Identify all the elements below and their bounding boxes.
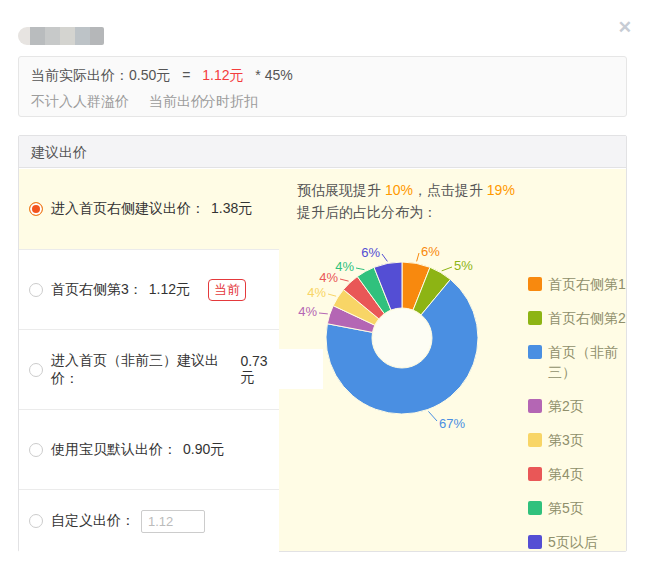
slice-label: 4%: [307, 285, 326, 300]
slice-label-line: [442, 267, 452, 271]
option-price: 1.12元: [149, 281, 190, 299]
legend-swatch-icon: [528, 535, 542, 549]
legend-item[interactable]: 首页右侧第2: [528, 308, 640, 328]
annotation-no-crowd-premium: 不计入人群溢价: [31, 93, 129, 111]
legend-item[interactable]: 第3页: [528, 430, 640, 450]
annotation-current-bid: 当前出价: [149, 93, 205, 111]
slice-label-line: [417, 253, 419, 261]
chart-legend: 首页右侧第1首页右侧第2首页（非前三）第2页第3页第4页第5页5页以后: [528, 274, 640, 566]
legend-label: 5页以后: [548, 532, 634, 552]
redacted-block: [30, 27, 45, 45]
legend-swatch-icon: [528, 467, 542, 481]
legend-item[interactable]: 首页右侧第1: [528, 274, 640, 294]
discount-percent: 45%: [265, 67, 293, 83]
blank-overlay: [279, 349, 323, 389]
slice-label: 4%: [298, 304, 317, 319]
annotation-time-discount: 分时折扣: [202, 93, 258, 111]
redacted-block: [18, 27, 30, 45]
redacted-title: [18, 27, 104, 45]
radio-selected-icon[interactable]: [29, 202, 43, 216]
slice-label: 6%: [421, 244, 440, 259]
legend-item[interactable]: 首页（非前三）: [528, 342, 640, 382]
actual-bid-value: 0.50元: [129, 67, 170, 85]
legend-item[interactable]: 第2页: [528, 396, 640, 416]
legend-label: 第2页: [548, 396, 634, 416]
legend-swatch-icon: [528, 399, 542, 413]
legend-swatch-icon: [528, 277, 542, 291]
donut-chart[interactable]: 6%5%67%4%4%4%4%6%: [289, 241, 509, 441]
forecast-panel: 预估展现提升 10%，点击提升 19% 提升后的占比分布为： 6%5%67%4%…: [279, 169, 626, 551]
legend-label: 首页右侧第1: [548, 274, 634, 294]
radio-icon[interactable]: [29, 283, 43, 297]
close-icon[interactable]: ✕: [618, 18, 632, 38]
legend-label: 首页右侧第2: [548, 308, 634, 328]
forecast-line2: 提升后的占比分布为：: [297, 201, 515, 223]
slice-label: 5%: [454, 258, 473, 273]
option-label: 自定义出价：: [51, 512, 135, 530]
radio-icon[interactable]: [29, 514, 43, 528]
option-price: 0.90元: [183, 441, 224, 459]
redacted-block: [90, 27, 104, 45]
slice-label-line: [428, 411, 437, 421]
bid-option-list: 进入首页右侧建议出价： 1.38元 首页右侧第3： 1.12元 当前 进入首页（…: [19, 169, 279, 551]
suggestion-panel: 建议出价 进入首页右侧建议出价： 1.38元 首页右侧第3： 1.12元 当前 …: [18, 135, 627, 552]
slice-label: 6%: [361, 245, 380, 260]
legend-swatch-icon: [528, 345, 542, 359]
option-label: 首页右侧第3：: [51, 281, 143, 299]
redacted-block: [45, 27, 60, 45]
option-item-default-bid[interactable]: 使用宝贝默认出价： 0.90元: [19, 409, 279, 489]
legend-label: 第4页: [548, 464, 634, 484]
radio-icon[interactable]: [29, 363, 43, 377]
option-homepage-right-suggested[interactable]: 进入首页右侧建议出价： 1.38元: [19, 169, 279, 249]
forecast-mid: ，点击提升: [413, 182, 487, 198]
panel-title: 建议出价: [19, 136, 626, 168]
current-bid-summary: 当前实际出价：0.50元 = 1.12元 * 45% 不计入人群溢价 当前出价 …: [18, 56, 627, 117]
legend-item[interactable]: 第4页: [528, 464, 640, 484]
donut-hole: [373, 309, 431, 367]
slice-label: 67%: [439, 416, 465, 431]
option-homepage-right-3rd[interactable]: 首页右侧第3： 1.12元 当前: [19, 249, 279, 329]
equals-sign: =: [182, 67, 190, 83]
custom-bid-input[interactable]: [141, 510, 205, 533]
forecast-line1: 预估展现提升 10%，点击提升 19%: [297, 179, 515, 201]
forecast-text: 预估展现提升 10%，点击提升 19% 提升后的占比分布为：: [297, 179, 515, 223]
legend-item[interactable]: 第5页: [528, 498, 640, 518]
legend-label: 第3页: [548, 430, 634, 450]
legend-label: 首页（非前三）: [548, 342, 634, 382]
impression-lift-value: 10%: [385, 182, 413, 198]
panel-body: 进入首页右侧建议出价： 1.38元 首页右侧第3： 1.12元 当前 进入首页（…: [19, 169, 626, 551]
option-custom-bid[interactable]: 自定义出价：: [19, 489, 279, 552]
forecast-prefix: 预估展现提升: [297, 182, 385, 198]
slice-label: 4%: [335, 259, 354, 274]
option-label: 进入首页（非前三）建议出价：: [51, 352, 234, 388]
option-homepage-not-top3[interactable]: 进入首页（非前三）建议出价： 0.73元: [19, 329, 279, 409]
slice-label-line: [328, 294, 336, 296]
slice-label-line: [382, 254, 387, 261]
bid-suggestion-dialog: ✕ 当前实际出价：0.50元 = 1.12元 * 45% 不计入人群溢价 当前出…: [0, 0, 654, 576]
slice-label-line: [340, 279, 349, 281]
formula-label: 当前实际出价：: [31, 67, 129, 85]
slice-label-line: [319, 313, 328, 314]
legend-swatch-icon: [528, 433, 542, 447]
click-lift-value: 19%: [487, 182, 515, 198]
slice-label-line: [356, 268, 364, 270]
legend-swatch-icon: [528, 311, 542, 325]
current-badge: 当前: [208, 279, 246, 301]
redacted-block: [60, 27, 75, 45]
option-label: 进入首页右侧建议出价：: [51, 200, 205, 218]
times-sign: *: [255, 67, 260, 83]
current-bid-value: 1.12元: [202, 67, 243, 85]
radio-icon[interactable]: [29, 443, 43, 457]
legend-swatch-icon: [528, 501, 542, 515]
bid-formula: 当前实际出价：0.50元 = 1.12元 * 45%: [31, 67, 293, 85]
option-price: 0.73元: [240, 353, 279, 387]
legend-label: 第5页: [548, 498, 634, 518]
legend-item[interactable]: 5页以后: [528, 532, 640, 552]
option-label: 使用宝贝默认出价：: [51, 441, 177, 459]
redacted-block: [75, 27, 90, 45]
option-price: 1.38元: [211, 200, 252, 218]
